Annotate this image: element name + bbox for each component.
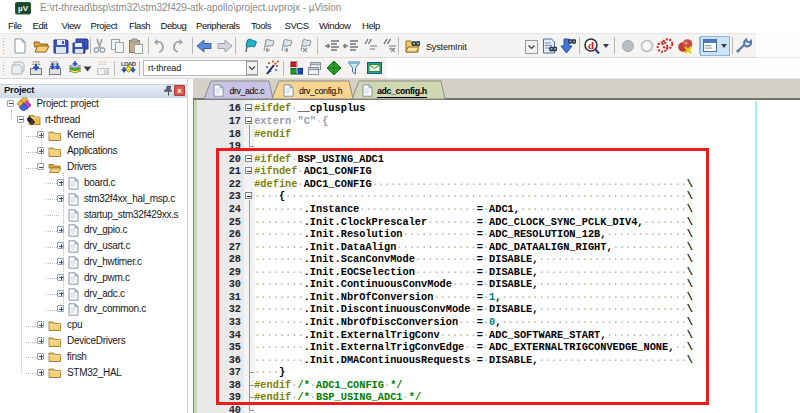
svg-text:d: d: [588, 39, 594, 51]
svg-text:µV: µV: [18, 4, 29, 13]
svg-text:101: 101: [98, 60, 107, 66]
